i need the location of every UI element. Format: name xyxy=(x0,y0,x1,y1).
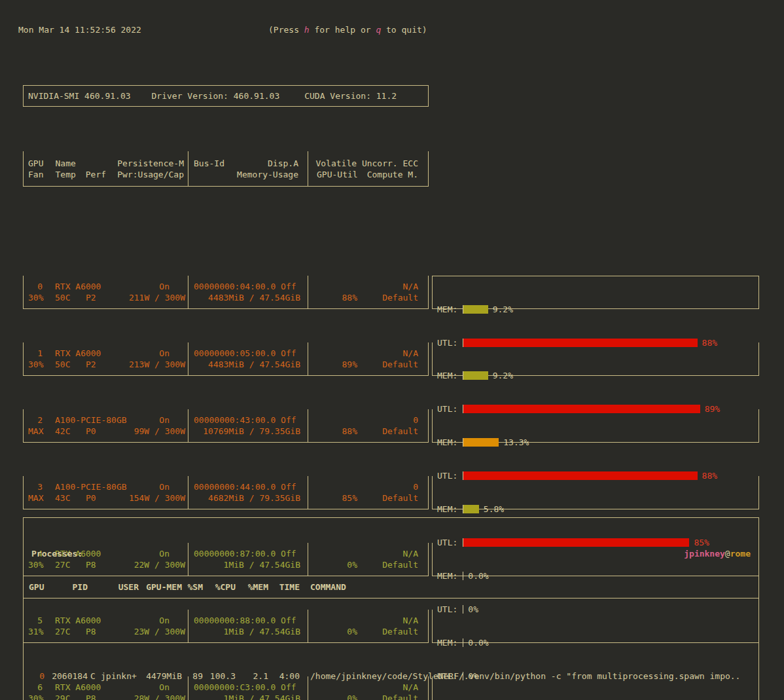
header-name: Name xyxy=(55,158,75,169)
power-usage: 211W / 300W xyxy=(129,292,185,303)
mem-bar-label: MEM: xyxy=(437,304,457,315)
fan-speed: MAX xyxy=(28,492,44,504)
header-persistence: Persistence-M xyxy=(117,158,184,169)
process-gpu-mem: 4479MiB xyxy=(144,671,182,682)
datetime-display: Mon Mar 14 11:52:56 2022 xyxy=(18,24,141,35)
header-gpu-util: GPU-Util xyxy=(317,169,358,180)
mem-bar-fill xyxy=(463,371,488,380)
memory-usage: 4682MiB / 79.35GiB xyxy=(208,492,300,504)
gpu-name: RTX A6000 xyxy=(55,281,101,292)
ecc-value: 0 xyxy=(413,481,418,492)
hostname: rome xyxy=(730,549,751,559)
gpu-monitor-box: MEM:9.2% UTL:88% xyxy=(432,276,759,309)
power-usage: 213W / 300W xyxy=(129,359,185,370)
mem-bar-value: 13.3% xyxy=(503,437,529,448)
header-disp: Disp.A xyxy=(268,158,298,169)
gpu-index: 2 xyxy=(28,414,43,426)
persistence-mode: On xyxy=(159,348,169,359)
gpu-util-value: 88% xyxy=(308,292,357,303)
performance-state: P0 xyxy=(86,492,96,504)
memory-usage: 4483MiB / 47.54GiB xyxy=(208,359,300,370)
fan-speed: 30% xyxy=(28,292,44,303)
process-row[interactable]: 0 2060184 C jpinkn+ 4479MiB 89 100.3 2.1… xyxy=(24,671,758,682)
header-compute-mode: Compute M. xyxy=(367,169,418,180)
gpu-row: 0RTX A6000On 30%50CP2211W / 300W 0000000… xyxy=(23,276,759,309)
mem-bar: 5.8% xyxy=(463,505,729,513)
header-power: Pwr:Usage/Cap xyxy=(117,169,184,180)
memory-usage: 10769MiB / 79.35GiB xyxy=(203,426,300,437)
gpu-monitor-box: MEM:9.2% UTL:89% xyxy=(432,342,759,376)
memory-usage: 4483MiB / 47.54GiB xyxy=(208,292,300,303)
smi-title-box: NVIDIA-SMI 460.91.03 Driver Version: 460… xyxy=(23,85,429,107)
bus-id: 00000000:43:00.0 Off xyxy=(194,414,296,426)
gpu-util-value: 89% xyxy=(308,359,357,370)
performance-state: P0 xyxy=(86,426,96,437)
gpu-table-row: 3A100-PCIE-80GBOn MAX43CP0154W / 300W 00… xyxy=(23,476,429,509)
compute-mode: Default xyxy=(357,492,428,504)
gpu-table-row: 1RTX A6000On 30%50CP2213W / 300W 0000000… xyxy=(23,342,429,376)
header-fan: Fan xyxy=(28,169,43,180)
performance-state: P2 xyxy=(86,359,96,370)
at-sign: @ xyxy=(725,549,730,559)
header-gpu-col: GPU xyxy=(29,581,45,598)
mem-bar-label: MEM: xyxy=(437,370,457,381)
mem-bar: 9.2% xyxy=(463,371,729,380)
bus-id: 00000000:44:00.0 Off xyxy=(194,481,296,492)
power-usage: 99W / 300W xyxy=(134,426,185,437)
process-table-header: GPU PID USER GPU-MEM %SM %CPU %MEM TIME … xyxy=(24,581,758,599)
gpu-monitor-box: MEM:5.8% UTL:85% xyxy=(432,476,759,509)
mem-bar-label: MEM: xyxy=(437,437,457,448)
process-command: /home/jpinkney/code/StyleNeRF/.venv/bin/… xyxy=(310,671,758,682)
gpu-row: 3A100-PCIE-80GBOn MAX43CP0154W / 300W 00… xyxy=(23,476,759,509)
help-text: for help or xyxy=(310,25,376,35)
gpu-index: 0 xyxy=(28,281,43,292)
gpu-row: 2A100-PCIE-80GBOn MAX42CP099W / 300W 000… xyxy=(23,409,759,443)
header-command-col: COMMAND xyxy=(310,581,758,598)
username: jpinkney xyxy=(684,549,725,559)
process-sm: 89 xyxy=(187,671,203,682)
gpu-row: 1RTX A6000On 30%50CP2213W / 300W 0000000… xyxy=(23,342,759,376)
mem-bar-value: 9.2% xyxy=(493,370,513,381)
mem-bar: 9.2% xyxy=(463,305,729,314)
fan-speed: 30% xyxy=(28,359,44,370)
gpu-index: 1 xyxy=(28,348,43,359)
mem-bar-label: MEM: xyxy=(437,504,457,515)
gpu-table-row: 0RTX A6000On 30%50CP2211W / 300W 0000000… xyxy=(23,276,429,309)
gpu-name: A100-PCIE-80GB xyxy=(55,414,127,426)
header-sm-col: %SM xyxy=(187,581,203,598)
header-temp: Temp xyxy=(55,169,75,180)
gpu-table-row: 2A100-PCIE-80GBOn MAX42CP099W / 300W 000… xyxy=(23,409,429,443)
header-cpu-col: %CPU xyxy=(208,581,236,598)
header-memory-usage: Memory-Usage xyxy=(237,169,298,180)
gpu-util-value: 88% xyxy=(308,426,357,437)
mem-bar-fill xyxy=(463,505,479,513)
ecc-value: N/A xyxy=(403,348,418,359)
gpu-name: RTX A6000 xyxy=(55,348,101,359)
processes-title: Processes: xyxy=(31,548,82,559)
header-type-col xyxy=(90,581,97,598)
smi-version: NVIDIA-SMI 460.91.03 xyxy=(28,90,131,101)
temperature: 50C xyxy=(55,359,71,370)
gpu-index: 3 xyxy=(28,481,43,492)
process-cpu: 100.3 xyxy=(208,671,236,682)
help-text: (Press xyxy=(268,25,304,35)
process-mem: 2.1 xyxy=(246,671,268,682)
process-type: C xyxy=(90,671,97,682)
mem-bar-value: 9.2% xyxy=(493,304,513,315)
header-bus-id: Bus-Id xyxy=(194,158,224,169)
nvitop-terminal: Mon Mar 14 11:52:56 2022 (Press h for he… xyxy=(0,0,784,700)
header-perf: Perf xyxy=(86,169,106,180)
compute-mode: Default xyxy=(357,426,428,437)
persistence-mode: On xyxy=(159,414,169,426)
compute-mode: Default xyxy=(357,359,428,370)
mem-bar: 13.3% xyxy=(463,438,729,447)
persistence-mode: On xyxy=(159,481,169,492)
mem-bar-fill xyxy=(463,305,488,314)
fan-speed: MAX xyxy=(28,426,44,437)
mem-bar-fill xyxy=(463,438,499,447)
bus-id: 00000000:05:00.0 Off xyxy=(194,348,296,359)
header-pid-col: PID xyxy=(48,581,88,598)
ecc-value: 0 xyxy=(413,414,418,426)
header-time-col: TIME xyxy=(277,581,300,598)
header-user-col: USER xyxy=(101,581,139,598)
